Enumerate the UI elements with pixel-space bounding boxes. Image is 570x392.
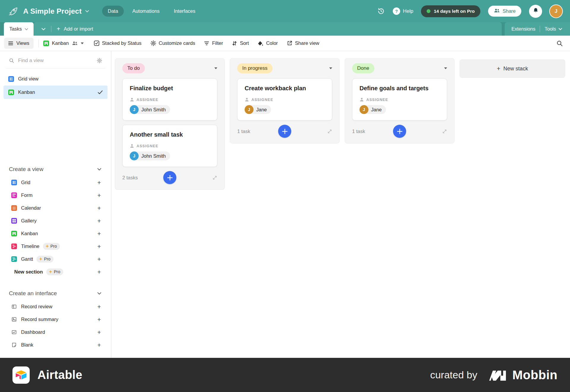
create-gallery-view[interactable]: Gallery +	[0, 214, 111, 227]
view-list: Grid view Kanban	[4, 72, 107, 99]
add-icon[interactable]: +	[97, 192, 101, 199]
stacked-by-button[interactable]: Stacked by Status	[94, 40, 142, 46]
avatar: J	[130, 105, 139, 114]
column-menu-caret-icon[interactable]	[329, 67, 332, 69]
item-label: Form	[21, 192, 33, 198]
view-settings-gear-icon[interactable]	[97, 58, 102, 63]
assignee-chip: J Jane	[245, 105, 271, 114]
paint-bucket-icon	[258, 41, 263, 46]
expand-column-icon[interactable]	[327, 129, 332, 134]
create-form-view[interactable]: Form +	[0, 189, 111, 202]
status-badge: Done	[352, 63, 374, 73]
add-card-button[interactable]	[393, 125, 406, 138]
create-record-summary[interactable]: Record summary +	[0, 313, 111, 326]
form-view-icon	[11, 192, 17, 198]
share-view-label: Share view	[295, 40, 319, 46]
create-interface-section-header[interactable]: Create an interface	[0, 290, 111, 297]
tab-automations[interactable]: Automations	[127, 6, 165, 17]
add-icon[interactable]: +	[97, 217, 101, 225]
record-review-icon	[11, 304, 17, 309]
project-header[interactable]: A Simple Project	[8, 6, 89, 17]
kanban-card[interactable]: Define goals and targets ASSIGNEE J Jane	[352, 78, 447, 121]
customize-cards-button[interactable]: Customize cards	[151, 40, 195, 46]
add-icon[interactable]: +	[97, 243, 101, 250]
sparkle-icon	[49, 270, 52, 274]
field-label: ASSIGNEE	[366, 98, 388, 102]
expand-column-icon[interactable]	[212, 175, 217, 180]
create-gantt-view[interactable]: Gantt Pro +	[0, 253, 111, 265]
item-label: Blank	[21, 342, 33, 348]
gantt-view-icon	[11, 256, 17, 262]
views-button[interactable]: Views	[4, 38, 34, 49]
project-chevron-down-icon[interactable]	[85, 10, 89, 12]
extensions-button[interactable]: Extensions	[512, 26, 536, 32]
view-name-menu[interactable]: Kanban	[43, 40, 84, 46]
customize-cards-label: Customize cards	[159, 40, 195, 46]
add-icon[interactable]: +	[97, 342, 101, 349]
create-kanban-view[interactable]: Kanban +	[0, 227, 111, 240]
item-label: Record summary	[21, 317, 58, 322]
create-new-section[interactable]: New section Pro +	[0, 265, 111, 278]
divider	[540, 26, 540, 32]
create-record-review[interactable]: Record review +	[0, 300, 111, 313]
add-icon[interactable]: +	[97, 179, 101, 186]
chevron-down-icon	[25, 28, 28, 30]
history-icon[interactable]	[377, 7, 385, 15]
create-timeline-view[interactable]: Timeline Pro +	[0, 240, 111, 253]
create-dashboard[interactable]: Dashboard +	[0, 326, 111, 339]
add-icon[interactable]: +	[97, 230, 101, 237]
kanban-card[interactable]: Create workback plan ASSIGNEE J Jane	[237, 78, 332, 121]
caret-down-icon	[81, 42, 84, 44]
expand-column-icon[interactable]	[442, 129, 447, 134]
view-label: Grid view	[18, 76, 39, 82]
create-blank[interactable]: Blank +	[0, 339, 111, 351]
search-icon[interactable]	[556, 40, 563, 47]
share-view-button[interactable]: Share view	[287, 40, 319, 46]
kanban-view-icon	[43, 40, 49, 46]
sort-button[interactable]: Sort	[232, 40, 249, 46]
create-calendar-view[interactable]: Calendar +	[0, 202, 111, 214]
column-footer: 1 task	[352, 125, 447, 138]
share-button[interactable]: Share	[488, 6, 521, 17]
column-header: To do	[122, 63, 217, 73]
add-icon[interactable]: +	[97, 268, 101, 276]
kanban-card[interactable]: Another small task ASSIGNEE J John Smith	[122, 125, 217, 167]
tab-data[interactable]: Data	[102, 6, 124, 17]
new-stack-button[interactable]: + New stack	[460, 59, 565, 78]
create-view-title: Create a view	[9, 166, 43, 173]
add-icon[interactable]: +	[97, 256, 101, 263]
create-grid-view[interactable]: Grid +	[0, 176, 111, 189]
color-button[interactable]: Color	[258, 40, 278, 46]
add-or-import-label: Add or import	[64, 26, 93, 32]
bell-icon	[533, 7, 539, 15]
add-icon[interactable]: +	[97, 329, 101, 336]
tab-tasks[interactable]: Tasks	[4, 22, 34, 36]
column-menu-caret-icon[interactable]	[214, 67, 217, 69]
assignee-name: John Smith	[141, 153, 166, 159]
timeline-view-icon	[11, 244, 17, 249]
add-or-import-button[interactable]: + Add or import	[57, 26, 93, 32]
notifications-button[interactable]	[529, 5, 542, 18]
create-view-section-header[interactable]: Create a view	[0, 166, 111, 173]
column-menu-caret-icon[interactable]	[444, 67, 447, 69]
gallery-view-icon	[11, 218, 17, 224]
add-card-button[interactable]	[278, 125, 291, 138]
filter-button[interactable]: Filter	[204, 40, 223, 46]
tab-interfaces[interactable]: Interfaces	[168, 6, 201, 17]
sidebar-item-kanban-view[interactable]: Kanban	[4, 86, 107, 99]
kanban-card[interactable]: Finalize budget ASSIGNEE J John Smith	[122, 78, 217, 121]
add-icon[interactable]: +	[97, 303, 101, 310]
add-icon[interactable]: +	[97, 205, 101, 212]
find-view-input[interactable]	[18, 58, 93, 64]
add-card-button[interactable]	[163, 171, 176, 184]
view-label: Kanban	[18, 89, 35, 95]
trial-badge[interactable]: 14 days left on Pro	[421, 5, 480, 17]
tools-button[interactable]: Tools	[544, 26, 562, 32]
user-avatar[interactable]: J	[550, 5, 562, 18]
item-label: Calendar	[21, 205, 41, 211]
table-list-chevron-icon[interactable]	[41, 28, 46, 31]
help-button[interactable]: ? Help	[393, 7, 413, 15]
add-icon[interactable]: +	[97, 316, 101, 323]
sidebar-item-grid-view[interactable]: Grid view	[4, 72, 107, 86]
plus-icon	[397, 129, 403, 134]
